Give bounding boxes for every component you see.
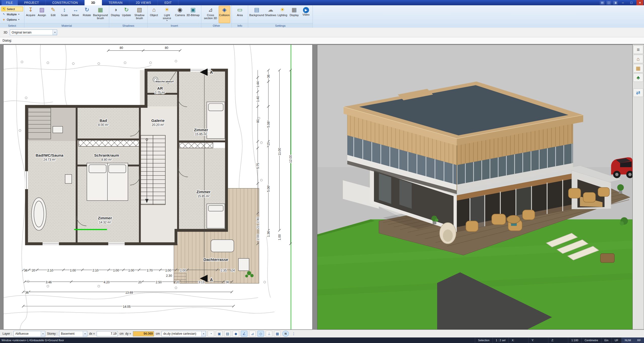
plan-text: 13.69	[125, 291, 133, 294]
rotate-button[interactable]: ↻ Rotate	[81, 6, 92, 23]
tab-edit[interactable]: EDIT	[158, 0, 178, 5]
coordinate-mode-select[interactable]: dx,dy (relative cartesian) ▾	[162, 331, 206, 337]
plan-text: 1.00	[113, 269, 119, 272]
more-tools-button[interactable]: ⋮	[291, 331, 297, 336]
plan-text: 12.00	[289, 155, 292, 163]
view-3d-panel[interactable]	[317, 45, 633, 330]
status-ein[interactable]: Ein	[601, 337, 612, 343]
edit-button[interactable]: ✎ Edit	[48, 6, 59, 23]
background-settings-button[interactable]: ▤ Background	[249, 6, 264, 23]
chevron-down-icon: ▾	[41, 331, 45, 336]
scale-button[interactable]: ↕ Scale	[59, 6, 70, 23]
plan-text: 24	[231, 269, 235, 272]
area-button[interactable]: ▭ Area	[234, 6, 246, 23]
maximize-button[interactable]: □	[628, 0, 635, 5]
options-button[interactable]: + Options ▾	[1, 17, 23, 22]
plan-text: Bad/WC/Sauna	[36, 153, 64, 157]
snap-line-button[interactable]: ⊿	[249, 331, 256, 337]
acquire-icon: ↧	[28, 7, 33, 14]
screen-button[interactable]: ▣	[216, 331, 222, 337]
plan-text: Galerie	[151, 118, 165, 123]
titlebar-tool-icon-2[interactable]: ◫	[606, 1, 611, 5]
lighting-button[interactable]: ☀ Lighting	[277, 6, 288, 23]
assign-button[interactable]: ▨ Assign	[36, 6, 48, 23]
titlebar-tool-icon-1[interactable]: ▤	[600, 1, 605, 5]
terrain-select[interactable]: Original terrain ▾	[10, 29, 57, 35]
tab-3d[interactable]: 3D	[85, 0, 102, 5]
shadow-brush-button[interactable]: ▧ Shadow brush	[132, 6, 147, 23]
dy-input[interactable]	[133, 331, 154, 336]
collision-button[interactable]: ◈ Collision	[219, 6, 230, 23]
vegetation-button[interactable]: ♣	[633, 73, 643, 82]
object-icon: ⌂	[152, 7, 156, 14]
history-button[interactable]: ◔	[208, 331, 214, 337]
acquire-button[interactable]: ↧ Acquire	[25, 6, 36, 23]
printer-icon: ▤	[226, 332, 229, 336]
view-3d-svg[interactable]	[317, 45, 632, 329]
select-button[interactable]: ↖ Select	[1, 7, 23, 11]
object-button[interactable]: ⌂ Object	[148, 6, 159, 23]
clock-icon: ◔	[210, 332, 212, 336]
layer-select[interactable]: Abfluesse ▾	[14, 331, 45, 337]
style-button[interactable]: ◆	[233, 331, 239, 337]
plan-text: 21	[256, 225, 260, 229]
status-uf[interactable]: UF	[612, 337, 622, 343]
tab-file[interactable]: FILE	[2, 0, 18, 5]
plan-text: 3.13	[199, 281, 205, 284]
assign-icon: ▨	[39, 7, 45, 14]
status-scale[interactable]: 1:100	[568, 337, 581, 343]
display-settings-button[interactable]: ▦ Display	[288, 6, 300, 23]
video-button[interactable]: ▶ Video	[300, 6, 312, 23]
scale-icon: ↕	[63, 7, 66, 14]
layer-label: Layer :	[3, 332, 12, 335]
pan-view-button[interactable]: ⇄	[633, 88, 643, 97]
snap-point-icon: ∠	[243, 332, 246, 336]
3d-bitmap-button[interactable]: ▣ 3D-Bitmap	[186, 6, 200, 23]
multiple-select-button[interactable]: ↖ Multiple ▾	[1, 12, 23, 17]
tab-construction[interactable]: CONSTRUCTION	[46, 0, 85, 5]
layer-select-value: Abfluesse	[15, 332, 29, 335]
snap-point-button[interactable]: ∠	[241, 331, 247, 337]
camera-button[interactable]: ◉ Camera	[175, 6, 185, 23]
dialog-row: Dialog:	[0, 37, 644, 44]
north-button[interactable]: N	[282, 331, 289, 337]
main-workspace: 8080361.441.40805.06⁵1511.0012.005.755.0…	[0, 44, 644, 330]
background-brush-button[interactable]: ▦ Background brush	[93, 6, 108, 23]
chevron-down-icon: ▾	[166, 20, 167, 21]
print-button[interactable]: ▤	[224, 331, 231, 337]
snap-angle-button[interactable]: ◇	[257, 331, 264, 337]
minimize-button[interactable]: –	[619, 0, 626, 5]
render-views-button[interactable]: ▦	[633, 64, 643, 73]
tab-project[interactable]: PROJECT	[18, 0, 46, 5]
tab-terrain[interactable]: TERRAIN	[102, 0, 129, 5]
status-x: X:	[508, 337, 528, 343]
close-button[interactable]: ×	[636, 0, 643, 5]
grid-button[interactable]: ▦	[274, 331, 281, 337]
cross-section-3d-button[interactable]: ⊿ Cross section 3D	[203, 6, 218, 23]
storeys-button[interactable]: ≡	[633, 45, 643, 54]
status-unit[interactable]: Centimetre	[581, 337, 601, 343]
move-button[interactable]: ↔ Move	[70, 6, 81, 23]
shadows-settings-button[interactable]: ☁ Shadows	[265, 6, 276, 23]
status-num[interactable]: NUM	[621, 337, 634, 343]
plan-text: 1.44	[256, 81, 260, 87]
tab-2d-views[interactable]: 2D VIEWS	[129, 0, 158, 5]
storey-select[interactable]: Basement ▾	[59, 331, 87, 337]
floor-plan-svg[interactable]: 8080361.441.40805.06⁵1511.0012.005.755.0…	[4, 45, 312, 329]
ribbon-group-select: ↖ Select ↖ Multiple ▾ + Options ▾ Select	[0, 5, 24, 28]
floor-plan-panel[interactable]: 8080361.441.40805.06⁵1511.0012.005.755.0…	[3, 45, 313, 330]
tree-icon: ♣	[636, 75, 640, 81]
shadows-display-button[interactable]: ◑ Display	[110, 6, 121, 23]
plan-text: 8.00 m²	[98, 123, 108, 127]
snap-perpendicular-button[interactable]: ⊥	[266, 331, 272, 337]
storeys-icon: ≡	[637, 47, 640, 53]
light-source-button[interactable]: ☀ Light source ▾	[160, 6, 174, 23]
status-rf[interactable]: RF	[634, 337, 644, 343]
shadows-update-button[interactable]: ↻ Update	[121, 6, 132, 23]
plan-text: Wäsche-abwurf	[155, 80, 174, 83]
building-button[interactable]: ⌂	[633, 55, 643, 63]
titlebar-tool-icon-3[interactable]: ◨	[613, 1, 618, 5]
dx-input[interactable]	[97, 331, 118, 336]
plan-text: 1.00	[165, 269, 171, 272]
multiple-cursor-icon: ↖	[2, 12, 6, 16]
